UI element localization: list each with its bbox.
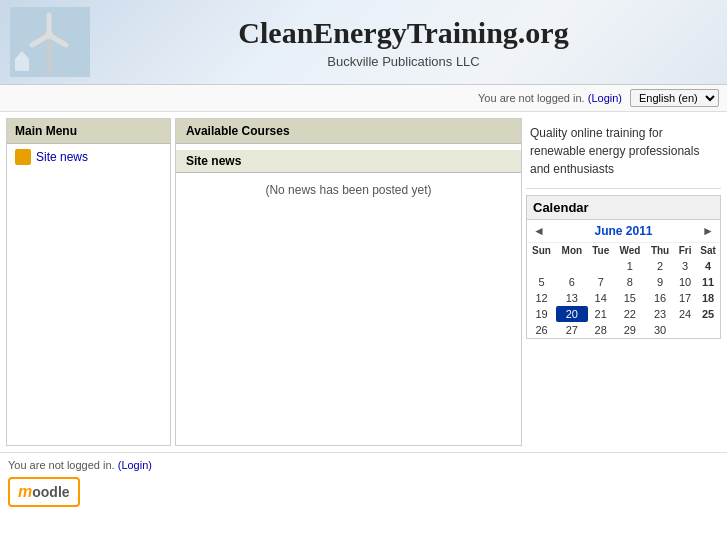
site-title: CleanEnergyTraining.org — [90, 16, 717, 50]
calendar-label: Calendar — [527, 196, 720, 220]
calendar-month: June 2011 — [594, 224, 652, 238]
cal-day — [527, 258, 556, 274]
cal-day[interactable]: 18 — [696, 290, 720, 306]
cal-day[interactable]: 15 — [614, 290, 646, 306]
cal-day[interactable]: 25 — [696, 306, 720, 322]
cal-day[interactable]: 28 — [588, 322, 614, 338]
language-select[interactable]: English (en) — [630, 89, 719, 107]
tagline: Quality online training for renewable en… — [526, 118, 721, 189]
site-news-subheader: Site news — [176, 150, 521, 173]
cal-dow-sat: Sat — [696, 243, 720, 258]
cal-day[interactable]: 13 — [556, 290, 588, 306]
cal-day[interactable]: 27 — [556, 322, 588, 338]
sidebar: Main Menu Site news — [6, 118, 171, 446]
cal-day — [556, 258, 588, 274]
right-panel: Quality online training for renewable en… — [526, 118, 721, 446]
cal-day — [588, 258, 614, 274]
main-layout: Main Menu Site news Available Courses Si… — [0, 112, 727, 452]
topbar-login-link[interactable]: (Login) — [588, 92, 622, 104]
sidebar-header: Main Menu — [7, 119, 170, 144]
cal-day — [696, 322, 720, 338]
cal-day[interactable]: 11 — [696, 274, 720, 290]
cal-day[interactable]: 1 — [614, 258, 646, 274]
cal-day[interactable]: 2 — [646, 258, 674, 274]
topbar: You are not logged in. (Login) English (… — [0, 85, 727, 112]
site-subtitle: Buckville Publications LLC — [90, 54, 717, 69]
cal-day[interactable]: 20 — [556, 306, 588, 322]
cal-dow-sun: Sun — [527, 243, 556, 258]
cal-day[interactable]: 7 — [588, 274, 614, 290]
cal-day[interactable]: 26 — [527, 322, 556, 338]
site-news-icon — [15, 149, 31, 165]
cal-dow-fri: Fri — [674, 243, 696, 258]
cal-day[interactable]: 16 — [646, 290, 674, 306]
cal-day[interactable]: 9 — [646, 274, 674, 290]
calendar-next-btn[interactable]: ► — [702, 224, 714, 238]
page-header: CleanEnergyTraining.org Buckville Public… — [0, 0, 727, 85]
header-text-block: CleanEnergyTraining.org Buckville Public… — [90, 16, 717, 69]
cal-dow-wed: Wed — [614, 243, 646, 258]
center-content: Available Courses Site news (No news has… — [175, 118, 522, 446]
sidebar-item-sitenews[interactable]: Site news — [7, 144, 170, 170]
calendar-prev-btn[interactable]: ◄ — [533, 224, 545, 238]
cal-dow-mon: Mon — [556, 243, 588, 258]
windmill-graphic — [10, 7, 90, 77]
calendar-nav: ◄ June 2011 ► — [527, 220, 720, 243]
cal-day[interactable]: 22 — [614, 306, 646, 322]
cal-day[interactable]: 8 — [614, 274, 646, 290]
cal-day[interactable]: 17 — [674, 290, 696, 306]
cal-day[interactable]: 30 — [646, 322, 674, 338]
cal-day[interactable]: 3 — [674, 258, 696, 274]
cal-day[interactable]: 12 — [527, 290, 556, 306]
cal-day[interactable]: 10 — [674, 274, 696, 290]
no-news-text: (No news has been posted yet) — [176, 173, 521, 207]
cal-day[interactable]: 4 — [696, 258, 720, 274]
cal-day[interactable]: 5 — [527, 274, 556, 290]
cal-day[interactable]: 14 — [588, 290, 614, 306]
footer: You are not logged in. (Login) moodle — [0, 452, 727, 513]
cal-day[interactable]: 24 — [674, 306, 696, 322]
moodle-badge[interactable]: moodle — [8, 477, 80, 507]
cal-day — [674, 322, 696, 338]
sidebar-item-label: Site news — [36, 150, 88, 164]
cal-dow-thu: Thu — [646, 243, 674, 258]
cal-dow-tue: Tue — [588, 243, 614, 258]
calendar-table: Sun Mon Tue Wed Thu Fri Sat 123456789101… — [527, 243, 720, 338]
svg-rect-6 — [15, 59, 29, 71]
cal-day[interactable]: 21 — [588, 306, 614, 322]
available-courses-header: Available Courses — [176, 119, 521, 144]
cal-day[interactable]: 29 — [614, 322, 646, 338]
svg-rect-1 — [47, 37, 51, 75]
cal-day[interactable]: 6 — [556, 274, 588, 290]
moodle-m: m — [18, 483, 32, 500]
calendar: Calendar ◄ June 2011 ► Sun Mon Tue Wed T… — [526, 195, 721, 339]
topbar-login-text: You are not logged in. (Login) — [478, 92, 622, 104]
footer-login-link[interactable]: (Login) — [118, 459, 152, 471]
moodle-oodle: oodle — [32, 484, 69, 500]
cal-day[interactable]: 19 — [527, 306, 556, 322]
cal-day[interactable]: 23 — [646, 306, 674, 322]
footer-login-text: You are not logged in. — [8, 459, 115, 471]
